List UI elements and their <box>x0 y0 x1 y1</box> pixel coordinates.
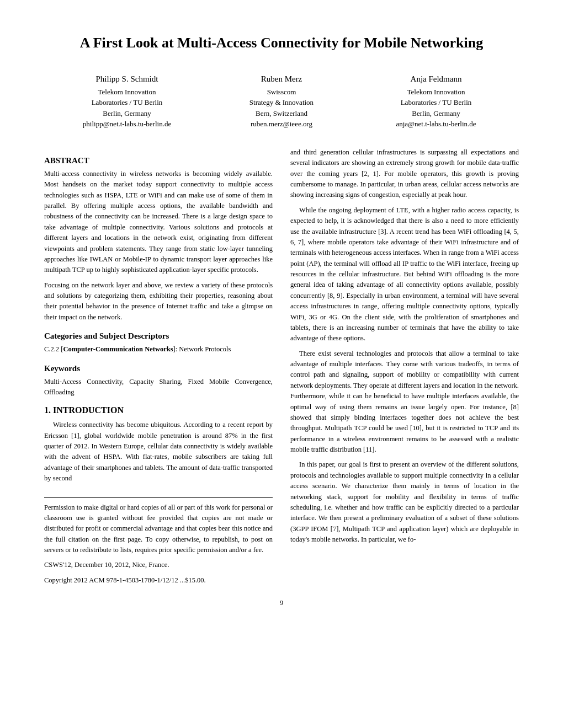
author-1-aff3: Berlin, Germany <box>50 108 204 119</box>
author-3-email: anja@net.t-labs.tu-berlin.de <box>359 119 513 130</box>
author-1-name: Philipp S. Schmidt <box>50 73 204 85</box>
author-3-name: Anja Feldmann <box>359 73 513 85</box>
right-para4: In this paper, our goal is first to pres… <box>290 459 519 545</box>
intro-title: 1. INTRODUCTION <box>44 405 273 415</box>
categories-bold: Computer-Communication Networks <box>63 345 173 353</box>
abstract-title: ABSTRACT <box>44 156 273 165</box>
page-number: 9 <box>44 599 519 607</box>
author-2-name: Ruben Merz <box>204 73 359 85</box>
author-2-email: ruben.merz@ieee.org <box>204 119 359 130</box>
author-1: Philipp S. Schmidt Telekom Innovation La… <box>50 73 204 130</box>
keywords-text: Multi-Access Connectivity, Capacity Shar… <box>44 377 273 398</box>
author-3-aff3: Berlin, Germany <box>359 108 513 119</box>
categories-text: C.2.2 [Computer-Communication Networks]:… <box>44 344 273 355</box>
abstract-text: Multi-access connectivity in wireless ne… <box>44 169 273 276</box>
right-para3: There exist several technologies and pro… <box>290 349 519 456</box>
author-3-aff2: Laboratories / TU Berlin <box>359 97 513 108</box>
footer-section: Permission to make digital or hard copie… <box>44 497 273 586</box>
author-2-aff2: Strategy & Innovation <box>204 97 359 108</box>
two-column-layout: ABSTRACT Multi-access connectivity in wi… <box>44 147 519 590</box>
author-3-aff1: Telekom Innovation <box>359 87 513 98</box>
author-2-aff1: Swisscom <box>204 87 359 98</box>
paper-title: A First Look at Multi-Access Connectivit… <box>44 33 519 53</box>
keywords-title: Keywords <box>44 364 273 373</box>
author-1-email: philipp@net.t-labs.tu-berlin.de <box>50 119 204 130</box>
author-1-aff1: Telekom Innovation <box>50 87 204 98</box>
right-para2: While the ongoing deployment of LTE, wit… <box>290 205 519 344</box>
author-2: Ruben Merz Swisscom Strategy & Innovatio… <box>204 73 359 130</box>
left-column: ABSTRACT Multi-access connectivity in wi… <box>44 147 275 590</box>
authors-section: Philipp S. Schmidt Telekom Innovation La… <box>44 73 519 130</box>
author-3: Anja Feldmann Telekom Innovation Laborat… <box>359 73 513 130</box>
intro-para1: Wireless connectivity has become ubiquit… <box>44 420 273 484</box>
author-1-aff2: Laboratories / TU Berlin <box>50 97 204 108</box>
author-2-aff3: Bern, Switzerland <box>204 108 359 119</box>
footer-copyright: Copyright 2012 ACM 978-1-4503-1780-1/12/… <box>44 575 273 586</box>
footer-permission: Permission to make digital or hard copie… <box>44 502 273 556</box>
footer-conference: CSWS'12, December 10, 2012, Nice, France… <box>44 560 273 570</box>
abstract-text2: Focusing on the network layer and above,… <box>44 280 273 323</box>
categories-title: Categories and Subject Descriptors <box>44 331 273 341</box>
right-column: and third generation cellular infrastruc… <box>288 147 519 590</box>
paper-page: A First Look at Multi-Access Connectivit… <box>0 0 563 728</box>
right-para1: and third generation cellular infrastruc… <box>290 147 519 201</box>
